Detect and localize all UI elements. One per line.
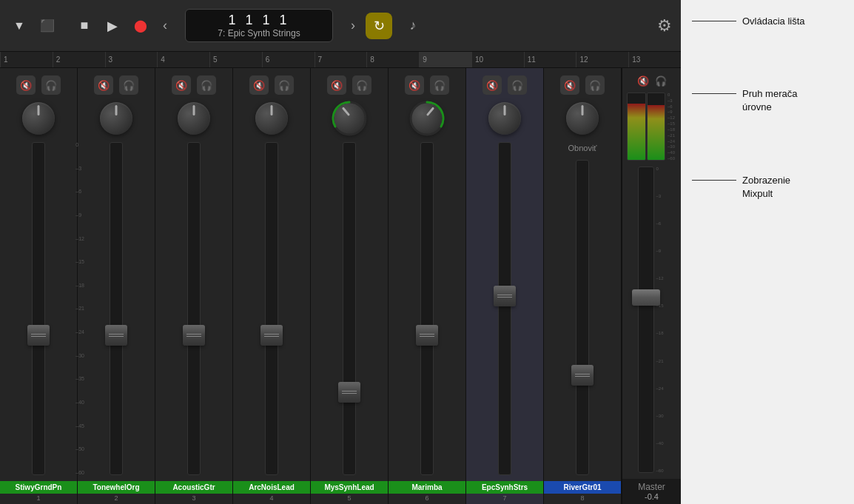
channel-3-name: AcousticGtr: [155, 481, 232, 494]
master-vu-left: [627, 93, 646, 161]
stop-btn[interactable]: ■: [73, 14, 96, 38]
channel-8-knob[interactable]: [566, 102, 599, 135]
cycle-btn[interactable]: ↻: [366, 13, 392, 39]
channel-7-knob-area: [466, 98, 543, 139]
annotation-control-bar: Ovládacia lišta: [692, 15, 843, 28]
channel-8-fader-track: [576, 160, 589, 475]
channel-7-mute[interactable]: 🔇: [483, 75, 502, 95]
channel-7: 🔇 🎧 EpcSynhStrs 7: [466, 68, 544, 504]
channel-8-name: RiverGtr01: [544, 481, 621, 494]
channel-6-solo[interactable]: 🎧: [430, 75, 449, 95]
annotation-line-3: [692, 180, 736, 181]
dropdown-btn[interactable]: ▼: [9, 16, 30, 36]
channel-6-knob[interactable]: [411, 102, 443, 135]
master-fader-scale: 0–3–6–9–12–15–18–21–24–30–40–60: [654, 167, 665, 473]
position-top: 1 1 1 1: [198, 13, 320, 28]
prev-btn[interactable]: ‹: [160, 15, 170, 36]
channel-1-fader-handle[interactable]: [27, 325, 50, 346]
channel-3-solo[interactable]: 🎧: [197, 75, 216, 95]
channel-5-solo[interactable]: 🎧: [352, 75, 371, 95]
channel-7-fader-section: [466, 139, 543, 481]
channel-2-name: TonewhelOrg: [78, 481, 155, 494]
ruler: 1 2 3 4 5 6 7 8 9 10 11 12 13: [0, 52, 681, 68]
master-fader-area: 0–3–6–9–12–15–18–21–24–30–40–60: [622, 164, 681, 479]
channel-4-controls: 🔇 🎧: [233, 68, 310, 98]
mixer-channels: 🔇 🎧 0–3–6–9–12–15–18–21–24–30–35–40–45–5…: [0, 68, 681, 504]
master-solo-dim: 🎧: [655, 75, 667, 87]
ruler-marks: 1 2 3 4 5 6 7 8 9 10 11 12 13: [0, 52, 681, 67]
annotation-mixer: ZobrazenieMixpult: [692, 174, 843, 201]
channel-5: 🔇 🎧: [311, 68, 389, 504]
channel-3-fader-handle[interactable]: [183, 325, 205, 346]
play-btn[interactable]: ▶: [101, 14, 124, 38]
channel-1-number: 1: [0, 494, 77, 504]
channel-1-solo[interactable]: 🎧: [41, 75, 61, 95]
channel-2-fader-handle[interactable]: [105, 325, 127, 346]
channel-7-controls: 🔇 🎧: [466, 68, 543, 98]
channel-7-knob[interactable]: [488, 102, 521, 135]
channel-6-fader-handle[interactable]: [416, 325, 438, 346]
channel-1-knob[interactable]: [22, 102, 55, 135]
record-btn[interactable]: ⬤: [129, 14, 152, 38]
library-btn[interactable]: ⬛: [37, 16, 58, 36]
channel-3: 🔇 🎧 AcousticGtr 3: [155, 68, 233, 504]
channel-8-controls: 🔇 🎧: [544, 68, 621, 98]
master-fader-handle[interactable]: [632, 289, 660, 306]
annotation-text-1: Ovládacia lišta: [742, 15, 805, 28]
ruler-mark-3: 3: [105, 52, 158, 67]
channel-7-fader-track: [498, 142, 511, 475]
channel-4-fader-handle[interactable]: [260, 325, 283, 346]
ruler-mark-12: 12: [576, 52, 628, 67]
channel-6-mute[interactable]: 🔇: [405, 75, 424, 95]
channel-5-controls: 🔇 🎧: [311, 68, 388, 98]
ruler-mark-10: 10: [471, 52, 524, 67]
channel-4-name: ArcNoisLead: [233, 481, 310, 494]
channel-4-knob[interactable]: [255, 102, 288, 135]
channel-5-fader-track: [343, 142, 356, 475]
channel-8-solo[interactable]: 🎧: [585, 75, 605, 95]
ruler-mark-8: 8: [366, 52, 419, 67]
master-no-controls: 🔇 🎧: [622, 68, 681, 90]
channel-2-solo[interactable]: 🎧: [119, 75, 138, 95]
channel-5-fader-handle[interactable]: [338, 382, 360, 403]
channel-3-mute[interactable]: 🔇: [172, 75, 191, 95]
channel-4-mute[interactable]: 🔇: [249, 75, 269, 95]
master-value: -0.4: [622, 492, 681, 501]
channel-4-fader-track: [265, 142, 278, 475]
channel-5-mute[interactable]: 🔇: [327, 75, 346, 95]
ruler-mark-13: 13: [628, 52, 681, 67]
channel-2-mute[interactable]: 🔇: [94, 75, 113, 95]
channel-1-mute[interactable]: 🔇: [16, 75, 36, 95]
channel-6-fader-track: [420, 142, 434, 475]
ruler-mark-9: 9: [419, 52, 471, 67]
master-vu-meters: 0–3–6–9–12–15–18–21–24–30–40–60: [622, 90, 681, 164]
channel-8: 🔇 🎧 Obnoviť RiverGtr01: [544, 68, 622, 504]
channel-5-knob[interactable]: [333, 102, 366, 135]
channel-4-solo[interactable]: 🎧: [275, 75, 294, 95]
channel-7-name: EpcSynhStrs: [466, 481, 543, 494]
channel-2-knob[interactable]: [100, 102, 132, 135]
channel-3-number: 3: [155, 494, 232, 504]
annotation-text-3: ZobrazenieMixpult: [742, 174, 790, 201]
channel-8-fader-handle[interactable]: [571, 365, 594, 386]
channel-3-knob[interactable]: [178, 102, 210, 135]
master-vu-right: [647, 93, 666, 161]
master-label-section: Master -0.4: [622, 479, 681, 504]
settings-btn[interactable]: ⚙: [657, 16, 672, 36]
channel-7-fader-handle[interactable]: [494, 286, 516, 306]
channel-1-knob-area: [0, 98, 77, 139]
channel-6: 🔇 🎧: [389, 68, 466, 504]
channel-1-fader-section: 0–3–6–9–12–15–18–21–24–30–35–40–45–50–60: [0, 139, 77, 481]
channel-8-knob-area: [544, 98, 621, 139]
channel-4-knob-area: [233, 98, 310, 139]
channel-3-controls: 🔇 🎧: [155, 68, 232, 98]
channel-7-solo[interactable]: 🎧: [508, 75, 527, 95]
tuner-btn[interactable]: ♪: [400, 13, 426, 39]
transport-group: ■ ▶ ⬤: [73, 14, 152, 38]
next-btn[interactable]: ›: [348, 15, 358, 36]
annotation-text-2: Pruh meračaúrovne: [742, 87, 797, 114]
channel-1-fader-track: [32, 142, 45, 475]
channel-3-fader-track: [187, 142, 201, 475]
channel-8-mute[interactable]: 🔇: [560, 75, 579, 95]
ruler-mark-11: 11: [524, 52, 576, 67]
